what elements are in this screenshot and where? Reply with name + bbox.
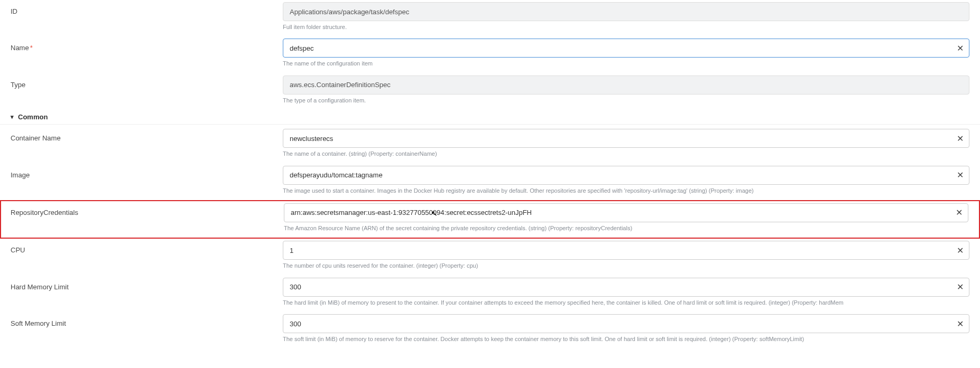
help-repository-credentials: The Amazon Resource Name (ARN) of the se… (284, 224, 968, 232)
help-hard-memory-limit: The hard limit (in MiB) of memory to pre… (283, 299, 969, 307)
image-input-wrap: ✕ (283, 166, 969, 185)
container-name-input-wrap: ✕ (283, 129, 969, 148)
repository-credentials-field[interactable] (284, 204, 950, 222)
label-repository-credentials: RepositoryCredentials (1, 203, 284, 216)
chevron-down-icon: ▾ (11, 114, 14, 120)
field-row-name: Name* ✕ The name of the configuration it… (0, 36, 980, 73)
help-name: The name of the configuration item (283, 60, 969, 68)
clear-name-button[interactable]: ✕ (951, 39, 969, 57)
field-row-cpu: CPU ✕ The number of cpu units reserved f… (0, 239, 980, 275)
label-cpu: CPU (0, 241, 283, 254)
hard-memory-limit-field[interactable] (283, 278, 951, 296)
close-icon: ✕ (957, 246, 964, 256)
field-row-soft-memory-limit: Soft Memory Limit ✕ The soft limit (in M… (0, 312, 980, 348)
close-icon: ✕ (957, 319, 964, 329)
cpu-field[interactable] (283, 241, 951, 259)
help-image: The image used to start a container. Ima… (283, 187, 969, 195)
close-icon: ✕ (957, 170, 964, 180)
close-icon: ✕ (957, 134, 964, 144)
help-type: The type of a configuration item. (283, 97, 969, 105)
label-hard-memory-limit: Hard Memory Limit (0, 278, 283, 291)
field-row-type: Type The type of a configuration item. (0, 73, 980, 110)
close-icon: ✕ (957, 43, 964, 53)
name-field[interactable] (283, 39, 951, 57)
close-icon: ✕ (957, 282, 964, 292)
clear-repository-credentials-button[interactable]: ✕ (950, 204, 968, 222)
id-field (283, 3, 969, 21)
id-input-wrap (283, 2, 969, 21)
close-icon: ✕ (956, 207, 963, 218)
field-row-repository-credentials: RepositoryCredentials ✕ The Amazon Resou… (0, 200, 980, 239)
label-type: Type (0, 76, 283, 89)
label-id: ID (0, 2, 283, 15)
section-title-common: Common (18, 113, 48, 121)
container-name-field[interactable] (283, 129, 951, 147)
name-input-wrap: ✕ (283, 39, 969, 58)
clear-image-button[interactable]: ✕ (951, 166, 969, 184)
hard-memory-limit-input-wrap: ✕ (283, 278, 969, 297)
type-field (283, 76, 969, 94)
soft-memory-limit-input-wrap: ✕ (283, 314, 969, 333)
help-cpu: The number of cpu units reserved for the… (283, 262, 969, 270)
clear-cpu-button[interactable]: ✕ (951, 241, 969, 259)
cpu-input-wrap: ✕ (283, 241, 969, 260)
label-image: Image (0, 166, 283, 179)
type-input-wrap (283, 76, 969, 95)
label-name: Name* (0, 39, 283, 52)
clear-hard-memory-limit-button[interactable]: ✕ (951, 278, 969, 296)
label-soft-memory-limit: Soft Memory Limit (0, 314, 283, 327)
section-header-common[interactable]: ▾ Common (0, 110, 980, 125)
required-asterisk: * (30, 44, 33, 52)
label-container-name: Container Name (0, 129, 283, 142)
soft-memory-limit-field[interactable] (283, 315, 951, 333)
help-id: Full item folder structure. (283, 23, 969, 31)
field-row-image: Image ✕ The image used to start a contai… (0, 164, 980, 200)
image-field[interactable] (283, 166, 951, 184)
field-row-hard-memory-limit: Hard Memory Limit ✕ The hard limit (in M… (0, 276, 980, 312)
field-row-id: ID Full item folder structure. (0, 0, 980, 36)
help-soft-memory-limit: The soft limit (in MiB) of memory to res… (283, 335, 969, 343)
clear-soft-memory-limit-button[interactable]: ✕ (951, 315, 969, 333)
field-row-container-name: Container Name ✕ The name of a container… (0, 127, 980, 163)
help-container-name: The name of a container. (string) (Prope… (283, 150, 969, 158)
clear-container-name-button[interactable]: ✕ (951, 129, 969, 147)
repository-credentials-input-wrap: ✕ (284, 203, 968, 222)
